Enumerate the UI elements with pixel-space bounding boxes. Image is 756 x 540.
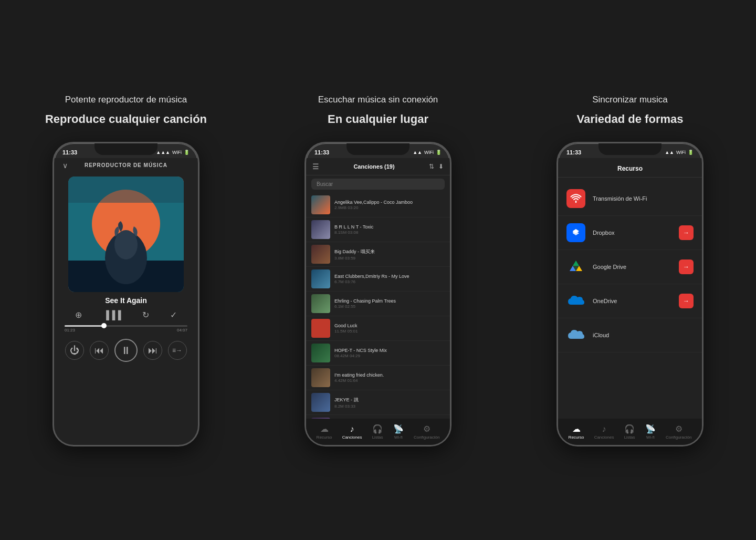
resources-list: Transmisión de Wi-Fi Dropbox → [558,178,702,445]
equalizer-button[interactable]: ▐▐▐ [103,310,121,320]
song-item[interactable]: Ehrling - Chasing Palm Trees 6.1M 02:55 [306,292,450,316]
resource-dropbox-label: Dropbox [593,230,671,236]
phone-frame-player: 11:33 ▲▲▲ WiFi 🔋 ∨ REPRODUCTOR DE MÚSICA [52,142,200,446]
tab-config-res[interactable]: ⚙ Configuración [666,424,691,440]
tab-listas-res[interactable]: 🎧 Listas [624,424,635,440]
phone-frame-songs: 11:33 ▲▲ WiFi 🔋 ☰ Canciones (19) ⇅ ⬇ [304,142,452,446]
song-thumb [311,294,330,313]
resource-item-wifi[interactable]: Transmisión de Wi-Fi [558,182,702,216]
sort-icon[interactable]: ⇅ [429,163,434,170]
song-item[interactable]: B R L L N T - Toxic 8.1SM 03:08 [306,217,450,242]
section-3-title-top: Sincronizar musica [592,94,668,106]
tab-recurso[interactable]: ☁ Recurso [317,424,332,440]
player-header-title: REPRODUCTOR DE MÚSICA [85,162,167,168]
resources-title: Recurso [617,165,643,172]
tab-label: Recurso [569,435,584,440]
icloud-icon [566,326,585,345]
phone-notch-3 [598,143,662,155]
progress-track[interactable] [65,325,187,327]
dropbox-action-button[interactable]: → [679,225,694,240]
songs-screen: ☰ Canciones (19) ⇅ ⬇ Buscar Angelika [306,158,450,445]
song-info: Angelika Vee,Calippo - Coco Jamboo 2.9MB… [334,200,445,210]
song-item[interactable]: I'm eating fried chicken. 4.42M 01:64 [306,366,450,390]
resource-onedrive-label: OneDrive [593,298,671,304]
onedrive-action-button[interactable]: → [679,294,694,308]
section-1-titles: Potente reproductor de música Reproduce … [45,94,207,128]
power-button[interactable]: ⏻ [65,341,84,360]
resource-item-onedrive[interactable]: OneDrive → [558,284,702,318]
resource-item-gdrive[interactable]: Google Drive → [558,250,702,284]
resource-icloud-label: iCloud [593,332,694,338]
music-tab-icon: ♪ [602,424,606,434]
icloud-symbol-icon [567,329,585,341]
song-name: Big Daddy - 哦买来 [334,248,445,255]
tab-label: Recurso [317,435,332,440]
time-current: 01:23 [65,328,75,333]
chevron-down-icon[interactable]: ∨ [62,161,68,170]
tab-label: Canciones [594,435,614,440]
song-item[interactable]: Good Luck 11.5M 05:01 [306,316,450,341]
section-player: Potente reproductor de música Reproduce … [0,0,252,540]
play-pause-button[interactable]: ⏸ [114,339,138,362]
songs-header-title: Canciones (19) [353,163,394,170]
song-thumb [311,245,330,264]
resource-item-icloud[interactable]: iCloud [558,318,702,352]
song-name: Good Luck [334,323,445,328]
tab-listas[interactable]: 🎧 Listas [372,424,383,440]
resources-bottom-tabs: ☁ Recurso ♪ Canciones 🎧 Listas 📡 Wi-fi [558,419,702,445]
section-2-title-top: Escuchar música sin conexión [318,94,438,106]
song-title: See It Again [54,296,198,305]
section-1-title-top: Potente reproductor de música [65,94,187,106]
add-button[interactable]: ⊕ [75,310,82,320]
svg-marker-8 [573,229,576,233]
next-button[interactable]: ⏭ [143,341,162,360]
song-item[interactable]: Big Daddy - 哦买来 3.8M 03:59 [306,242,450,267]
phone-frame-resources: 11:33 ▲▲ WiFi 🔋 Recurso [556,142,704,446]
download-icon[interactable]: ⬇ [438,163,444,170]
menu-icon[interactable]: ☰ [312,162,319,171]
song-info: B R L L N T - Toxic 8.1SM 03:08 [334,224,445,235]
tab-label: Listas [624,435,635,440]
songs-bottom-tabs: ☁ Recurso ♪ Canciones 🎧 Listas 📡 Wi-fi [306,419,450,445]
song-name: East Clubbers,Dmitriy Rs - My Love [334,274,445,279]
settings-icon: ⚙ [423,424,430,434]
tab-canciones-res[interactable]: ♪ Canciones [594,424,614,440]
tab-canciones[interactable]: ♪ Canciones [342,424,362,440]
tab-recurso-res[interactable]: ☁ Recurso [569,424,584,440]
song-item[interactable]: Angelika Vee,Calippo - Coco Jamboo 2.9MB… [306,193,450,217]
dropbox-icon [566,223,585,242]
check-button[interactable]: ✓ [170,310,177,320]
song-thumb [311,344,330,362]
player-screen: ∨ REPRODUCTOR DE MÚSICA [54,158,198,445]
wifi-tab-icon: 📡 [393,424,404,434]
song-item[interactable]: East Clubbers,Dmitriy Rs - My Love 6.7M … [306,267,450,292]
battery-icon-1: 🔋 [184,150,190,155]
resource-item-dropbox[interactable]: Dropbox → [558,216,702,250]
song-meta: 3.8M 03:59 [334,256,445,261]
song-item[interactable]: HOPE-T - NCS Style Mix 08.42M 04:29 [306,341,450,366]
tab-wifi[interactable]: 📡 Wi-fi [393,424,404,440]
album-art-visual [68,176,184,292]
song-name: I'm eating fried chicken. [334,372,445,378]
section-2-titles: Escuchar música sin conexión En cualquie… [318,94,438,128]
queue-button[interactable]: ≡→ [168,341,187,360]
repeat-button[interactable]: ↻ [142,310,149,320]
song-thumb [311,269,330,288]
song-thumb [311,195,330,214]
gdrive-action-button[interactable]: → [679,259,694,274]
status-icons-1: ▲▲▲ WiFi 🔋 [156,150,190,155]
prev-button[interactable]: ⏮ [90,341,109,360]
song-name: B R L L N T - Toxic [334,224,445,230]
signal-icon-2: ▲▲ [413,150,422,155]
section-songs: Escuchar música sin conexión En cualquie… [252,0,504,540]
song-item[interactable]: JEKYE - 跳 8.2M 03:33 [306,390,450,415]
song-name: Ehrling - Chasing Palm Trees [334,298,445,304]
song-name: Angelika Vee,Calippo - Coco Jamboo [334,200,445,205]
tab-config[interactable]: ⚙ Configuración [414,424,439,440]
cloud-icon: ☁ [320,424,329,434]
tab-wifi-res[interactable]: 📡 Wi-fi [645,424,656,440]
resource-wifi-label: Transmisión de Wi-Fi [593,195,694,202]
search-bar[interactable]: Buscar [311,179,445,190]
tab-label: Configuración [414,435,439,440]
song-name: JEKYE - 跳 [334,397,445,403]
